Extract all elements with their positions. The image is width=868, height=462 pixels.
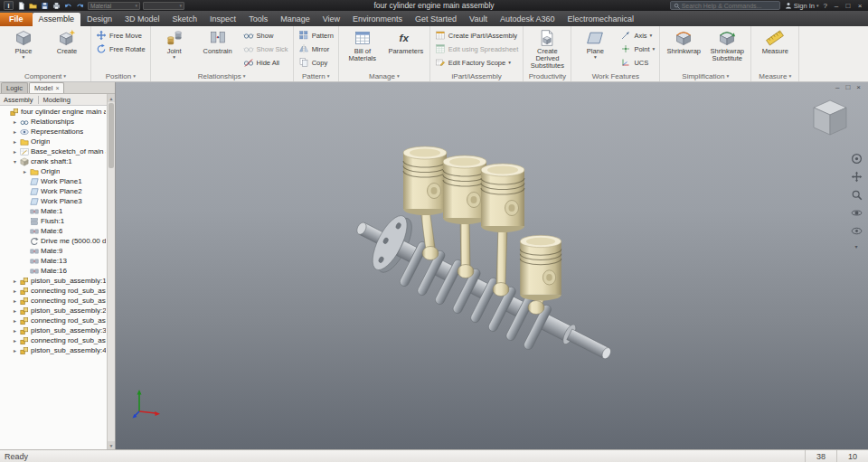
navbar-more-icon[interactable]: ▾ xyxy=(854,243,857,250)
tree-item-drive-me-5000-00-deg[interactable]: Drive me (5000.00 deg) xyxy=(0,236,106,246)
tab-autodesk-a360[interactable]: Autodesk A360 xyxy=(494,13,561,26)
create-ipart-iassembly-button[interactable]: Create iPart/iAssembly xyxy=(433,29,521,42)
expand-arrow-icon[interactable]: ▸ xyxy=(12,138,18,145)
point-button[interactable]: Point▾ xyxy=(618,42,656,55)
tree-item-base-scketch-of-main-assembly-1[interactable]: ▸Base_scketch_of main assembly:1 xyxy=(0,146,106,156)
model-render[interactable] xyxy=(116,82,868,449)
minimize-button[interactable]: – xyxy=(832,2,841,10)
browser-scrollbar[interactable]: ▲ ▼ xyxy=(107,94,115,449)
inventor-logo-icon[interactable]: I xyxy=(4,1,14,10)
tab-file[interactable]: File xyxy=(0,13,33,26)
tree-item-mate-6[interactable]: Mate:6 xyxy=(0,226,106,236)
axis-button[interactable]: Axis▾ xyxy=(618,29,656,42)
expand-arrow-icon[interactable]: ▸ xyxy=(12,347,18,354)
tree-item-connecting-rod-sub-assembly-3[interactable]: ▸connecting rod_sub_assembly:3 xyxy=(0,316,106,325)
print-button[interactable] xyxy=(52,1,61,10)
help-search-box[interactable] xyxy=(670,1,780,10)
maximize-button[interactable]: □ xyxy=(844,2,853,10)
tree-item-connecting-rod-sub-assembly-4[interactable]: ▸connecting rod_sub_assembly:4 xyxy=(0,335,106,345)
open-button[interactable] xyxy=(28,1,38,10)
expand-arrow-icon[interactable]: ▸ xyxy=(12,128,18,135)
doc-minimize-button[interactable]: – xyxy=(835,83,839,91)
tab-design[interactable]: Design xyxy=(80,13,118,26)
tree-item-mate-13[interactable]: Mate:13 xyxy=(0,256,106,266)
browser-filter-assembly[interactable]: Assembly xyxy=(4,96,33,104)
tree-item-mate-1[interactable]: Mate:1 xyxy=(0,206,106,216)
pan-button[interactable] xyxy=(851,171,863,184)
free-move-button[interactable]: Free Move xyxy=(94,29,147,42)
tab-assemble[interactable]: Assemble xyxy=(33,13,81,26)
tab-environments[interactable]: Environments xyxy=(346,13,409,26)
create-button[interactable]: Create xyxy=(46,28,88,71)
tree-item-crank-shaft-1[interactable]: ▾crank shaft:1 xyxy=(0,156,106,166)
tree-item-work-plane1[interactable]: Work Plane1 xyxy=(0,176,106,186)
edit-factory-scope-button[interactable]: Edit Factory Scope▾ xyxy=(433,56,521,69)
expand-arrow-icon[interactable]: ▸ xyxy=(12,288,18,294)
navigation-wheel-button[interactable] xyxy=(851,153,863,166)
close-icon[interactable]: × xyxy=(55,85,59,91)
tree-item-origin[interactable]: ▸Origin xyxy=(0,137,106,146)
tree-item-piston-sub-assembly-2[interactable]: ▸piston_sub_assembly:2 xyxy=(0,306,106,316)
free-rotate-button[interactable]: Free Rotate xyxy=(94,42,147,55)
panel-label-ipart-iassembly[interactable]: iPart/iAssembly xyxy=(430,71,524,81)
zoom-button[interactable] xyxy=(851,189,863,203)
tree-item-piston-sub-assembly-3[interactable]: ▸piston_sub_assembly:3 xyxy=(0,325,106,335)
browser-tab-logic[interactable]: Logic xyxy=(1,82,28,93)
show-sick-button[interactable]: Show Sick xyxy=(241,42,290,55)
panel-label-measure[interactable]: Measure▾ xyxy=(751,71,798,81)
browser-tab-model[interactable]: Model× xyxy=(29,82,65,93)
mirror-button[interactable]: Mirror xyxy=(297,42,335,55)
doc-restore-button[interactable]: □ xyxy=(845,83,850,91)
create-derived-substitutes-button[interactable]: Create Derived Substitutes xyxy=(526,28,568,71)
doc-close-button[interactable]: × xyxy=(856,83,861,91)
tree-item-work-plane3[interactable]: Work Plane3 xyxy=(0,196,106,206)
plane-button[interactable]: Plane▾ xyxy=(574,28,616,71)
tree-item-piston-sub-assembly-4[interactable]: ▸piston_sub_assembly:4 xyxy=(0,345,106,355)
look-at-button[interactable] xyxy=(851,225,863,239)
ucs-button[interactable]: UCS xyxy=(618,56,656,69)
help-button[interactable]: ? xyxy=(824,2,827,10)
scroll-down-icon[interactable]: ▼ xyxy=(108,441,115,449)
tab-sketch[interactable]: Sketch xyxy=(166,13,204,26)
panel-label-manage[interactable]: Manage▾ xyxy=(339,71,429,81)
show-button[interactable]: Show xyxy=(241,29,290,42)
expand-arrow-icon[interactable]: ▸ xyxy=(12,337,18,344)
tree-item-relationships[interactable]: ▸Relationships xyxy=(0,117,106,127)
tree-item-mate-9[interactable]: Mate:9 xyxy=(0,246,106,256)
material-dropdown[interactable]: Material▾ xyxy=(88,2,140,10)
tree-item-mate-16[interactable]: Mate:16 xyxy=(0,266,106,276)
shrinkwrap-button[interactable]: Shrinkwrap xyxy=(663,28,704,71)
expand-arrow-icon[interactable]: ▸ xyxy=(22,168,28,174)
save-button[interactable] xyxy=(40,1,50,10)
expand-arrow-icon[interactable]: ▸ xyxy=(12,118,18,125)
place-button[interactable]: Place▾ xyxy=(3,28,44,71)
new-button[interactable] xyxy=(16,1,26,10)
scrollbar-thumb[interactable] xyxy=(108,103,114,168)
tree-item-representations[interactable]: ▸Representations xyxy=(0,127,106,137)
browser-filter-modeling[interactable]: Modeling xyxy=(43,96,71,104)
undo-button[interactable] xyxy=(63,1,73,10)
parameters-button[interactable]: Parameters xyxy=(385,28,427,71)
tab-electromechanical[interactable]: Electromechanical xyxy=(561,13,641,26)
copy-button[interactable]: Copy xyxy=(297,56,335,69)
pattern-button[interactable]: Pattern xyxy=(297,29,335,42)
scroll-up-icon[interactable]: ▲ xyxy=(108,94,115,102)
orbit-button[interactable] xyxy=(851,207,863,221)
panel-label-component[interactable]: Component▾ xyxy=(0,71,90,81)
tab-manage[interactable]: Manage xyxy=(274,13,316,26)
tree-item-origin[interactable]: ▸Origin xyxy=(0,166,106,176)
tree-item-connecting-rod-sub-assembly-2[interactable]: ▸connecting rod_sub_assembly:2 xyxy=(0,296,106,306)
3d-viewport[interactable]: –□× ▾ xyxy=(116,82,868,449)
constrain-button[interactable]: Constrain xyxy=(197,28,239,71)
shrinkwrap-substitute-button[interactable]: Shrinkwrap Substitute xyxy=(706,28,748,71)
tab-vault[interactable]: Vault xyxy=(463,13,494,26)
expand-arrow-icon[interactable]: ▸ xyxy=(12,307,18,314)
bill-of-materials-button[interactable]: Bill of Materials xyxy=(342,28,383,71)
sign-in-button[interactable]: Sign In ▾ xyxy=(785,2,819,10)
tab-inspect[interactable]: Inspect xyxy=(203,13,242,26)
close-button[interactable]: × xyxy=(855,2,864,10)
tree-item-flush-1[interactable]: Flush:1 xyxy=(0,216,106,226)
panel-label-work-features[interactable]: Work Features xyxy=(571,71,659,81)
appearance-dropdown[interactable]: ▾ xyxy=(143,2,184,10)
joint-button[interactable]: Joint▾ xyxy=(154,28,195,71)
